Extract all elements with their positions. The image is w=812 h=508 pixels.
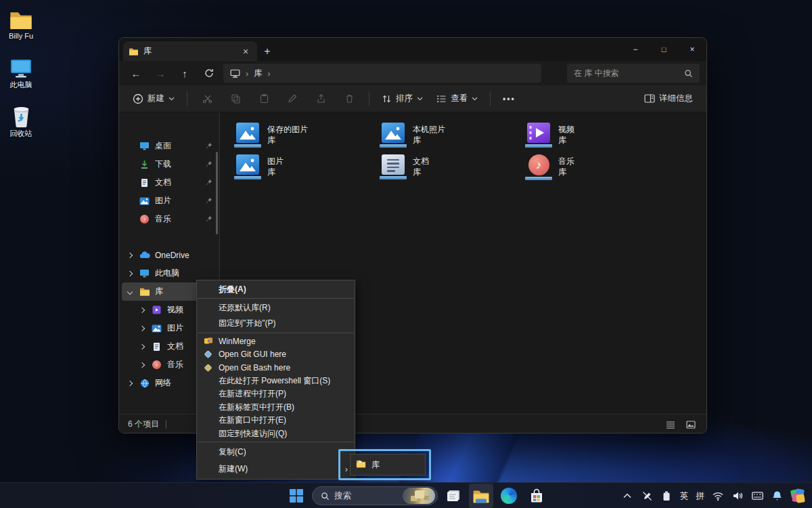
refresh-button[interactable] <box>199 64 219 83</box>
chevron-down-icon[interactable] <box>126 290 134 294</box>
sidebar-item-label: 音乐 <box>155 213 171 225</box>
more-options-button[interactable]: ••• <box>497 94 521 104</box>
keyboard-icon[interactable] <box>751 490 763 502</box>
file-type: 库 <box>558 135 566 145</box>
tray-ime-mode[interactable]: 拼 <box>696 490 705 502</box>
search-input[interactable]: 在 库 中搜索 <box>567 64 700 83</box>
chevron-right-icon[interactable]: › <box>267 68 270 79</box>
minimize-button[interactable]: − <box>621 38 650 61</box>
chevron-right-icon[interactable] <box>138 326 146 331</box>
start-button[interactable] <box>284 484 309 508</box>
chevron-right-icon[interactable] <box>138 363 146 367</box>
taskbar-store-icon[interactable] <box>524 484 549 508</box>
tray-color-widget-icon[interactable] <box>790 488 805 503</box>
menu-item-copy[interactable]: 复制(C) <box>197 444 355 461</box>
menu-item-open-git-bash[interactable]: Open Git Bash here <box>197 361 355 375</box>
close-button[interactable]: × <box>678 38 706 61</box>
sidebar-item-music[interactable]: ♪ 音乐 <box>122 210 217 228</box>
new-tab-button[interactable]: + <box>257 42 277 61</box>
file-name: 音乐 <box>558 156 574 166</box>
new-button[interactable]: 新建 <box>127 89 180 108</box>
sidebar-item-label: 视频 <box>167 304 183 316</box>
desktop-mini-icon <box>139 141 150 152</box>
wifi-icon[interactable] <box>712 490 724 502</box>
menu-item-new[interactable]: 新建(W)› <box>197 461 355 478</box>
menu-item-open-git-gui[interactable]: Open Git GUI here <box>197 348 355 362</box>
share-button[interactable] <box>308 87 334 110</box>
up-button[interactable]: ↑ <box>175 64 195 83</box>
file-type: 库 <box>413 135 421 145</box>
details-pane-button[interactable]: 详细信息 <box>639 89 698 108</box>
file-type: 库 <box>267 135 275 145</box>
chevron-right-icon[interactable] <box>138 308 146 312</box>
taskbar-explorer-icon[interactable] <box>469 484 493 508</box>
copy-button[interactable] <box>223 87 248 110</box>
tray-chevron-up-icon[interactable] <box>621 490 633 502</box>
rename-icon <box>285 91 300 106</box>
menu-item-open-in-new-window[interactable]: 在新窗口中打开(E) <box>197 414 355 427</box>
menu-item-open-powershell[interactable]: 在此处打开 Powershell 窗口(S) <box>197 375 355 388</box>
chevron-right-icon[interactable] <box>138 345 146 349</box>
forward-button[interactable]: → <box>150 64 171 83</box>
sidebar-item-onedrive[interactable]: OneDrive <box>122 246 217 264</box>
file-tile-camera-roll[interactable]: 本机照片库 <box>380 123 515 148</box>
menu-item-pin-to-start[interactable]: 固定到"开始"(P) <box>197 316 355 331</box>
details-view-icon[interactable] <box>664 418 677 431</box>
maximize-button[interactable]: □ <box>650 38 678 61</box>
menu-item-winmerge[interactable]: WinMerge <box>197 335 355 348</box>
search-placeholder: 在 库 中搜索 <box>574 68 619 79</box>
sidebar-item-pictures[interactable]: 图片 <box>122 192 217 210</box>
cut-button[interactable] <box>194 87 220 110</box>
breadcrumb-item-library[interactable]: 库 <box>254 68 262 79</box>
file-tile-saved-pictures[interactable]: 保存的图片库 <box>234 123 369 148</box>
thumbnails-view-icon[interactable] <box>684 418 698 431</box>
desktop-icon-this-pc[interactable]: 此电脑 <box>1 53 41 89</box>
pin-icon <box>206 196 212 206</box>
video-mini-icon <box>151 305 162 316</box>
sidebar-scrollbar[interactable] <box>216 152 218 234</box>
context-menu: 折叠(A) 还原默认库(R) 固定到"开始"(P) WinMerge Open … <box>196 280 355 480</box>
menu-item-restore-default-libraries[interactable]: 还原默认库(R) <box>197 300 355 316</box>
desktop-icon-recycle-bin[interactable]: 回收站 <box>1 102 41 138</box>
notification-bell-icon[interactable] <box>771 490 783 502</box>
taskbar-app-window[interactable] <box>441 484 466 508</box>
volume-icon[interactable] <box>731 490 744 502</box>
desktop-icon-billy-fu[interactable]: Billy Fu <box>1 4 41 41</box>
file-tile-music[interactable]: ♪ 音乐库 <box>525 154 660 180</box>
taskbar-search-label: 搜索 <box>334 490 351 502</box>
chevron-right-icon[interactable] <box>126 381 134 385</box>
menu-item-pin-to-quick-access[interactable]: 固定到快速访问(Q) <box>197 427 355 441</box>
tray-pen-icon[interactable] <box>641 490 653 502</box>
file-tile-documents[interactable]: 文档库 <box>380 154 515 179</box>
delete-button[interactable] <box>336 87 362 110</box>
chevron-right-icon[interactable] <box>126 272 134 276</box>
tray-ime-language[interactable]: 英 <box>680 490 689 502</box>
chevron-right-icon[interactable] <box>126 253 134 257</box>
sort-button[interactable]: 排序 <box>376 89 428 108</box>
device-icon <box>230 69 240 78</box>
taskbar-search[interactable]: 搜索 <box>312 486 438 505</box>
menu-item-open-in-new-process[interactable]: 在新进程中打开(P) <box>197 387 355 401</box>
new-button-label: 新建 <box>148 93 164 104</box>
desktop-icon-label: 此电脑 <box>1 81 41 89</box>
rename-button[interactable] <box>279 87 305 110</box>
sidebar-item-downloads[interactable]: 下载 <box>122 155 217 173</box>
tab-close-icon[interactable]: × <box>240 45 252 58</box>
menu-item-collapse[interactable]: 折叠(A) <box>197 282 355 297</box>
sidebar-item-desktop[interactable]: 桌面 <box>122 137 217 155</box>
folder-icon <box>129 47 139 56</box>
file-tile-videos[interactable]: 视频库 <box>525 123 660 148</box>
taskbar-edge-icon[interactable] <box>497 484 521 508</box>
view-button[interactable]: 查看 <box>431 89 483 108</box>
breadcrumb[interactable]: › 库 › <box>223 64 541 83</box>
menu-item-label: 还原默认库(R) <box>219 302 271 314</box>
tab-library[interactable]: 库 × <box>123 41 257 61</box>
folder-icon <box>1 4 41 30</box>
back-button[interactable]: ← <box>126 64 146 83</box>
file-tile-pictures[interactable]: 图片库 <box>234 154 369 179</box>
menu-item-open-in-new-tab[interactable]: 在新标签页中打开(B) <box>197 401 355 415</box>
tray-battery-icon[interactable] <box>660 490 673 502</box>
sidebar-item-label: 音乐 <box>167 359 183 371</box>
paste-button[interactable] <box>251 87 277 110</box>
sidebar-item-documents[interactable]: 文档 <box>122 173 217 192</box>
